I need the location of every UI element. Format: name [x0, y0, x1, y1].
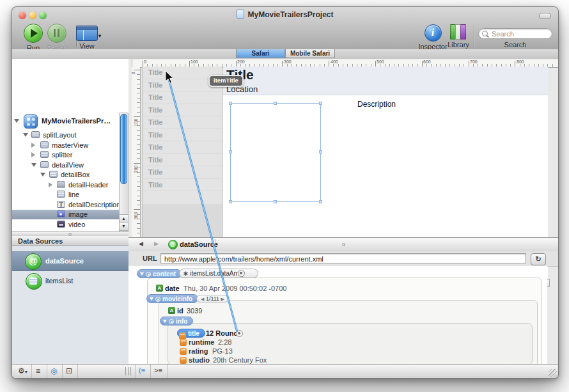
search-label: Search: [478, 41, 552, 49]
string-icon: “”: [180, 348, 187, 355]
date-key: date: [165, 285, 180, 292]
breadcrumb[interactable]: dataSource: [180, 240, 218, 248]
record-button[interactable]: ◎: [51, 366, 57, 375]
disclosure-open-icon[interactable]: [40, 173, 45, 176]
resize-handle[interactable]: [229, 102, 232, 105]
dashcode-window: MyMovieTrailersProject Run Pause ▼ View …: [12, 6, 559, 379]
data-source-item-datasource[interactable]: @ dataSource: [12, 251, 129, 271]
node-info[interactable]: info: [160, 317, 193, 325]
library-button[interactable]: Library: [444, 21, 472, 49]
disclosure-open-icon[interactable]: [163, 320, 167, 323]
tree-item-detailview[interactable]: detailView: [12, 161, 129, 170]
list-item[interactable]: Title: [143, 116, 222, 129]
view-box-icon: [40, 141, 49, 148]
status-bar: ⚙▾ ≡ ◎ ⊡ (≡ >≡: [12, 364, 558, 379]
disclosure-closed-icon[interactable]: [31, 152, 35, 157]
disclosure-open-icon[interactable]: [14, 119, 19, 123]
group-icon: [57, 181, 65, 188]
id-key: id: [177, 307, 183, 315]
tree-item-image[interactable]: image: [12, 210, 129, 219]
url-input[interactable]: http://www.apple.com/trailers/home/xml/c…: [160, 253, 526, 263]
view-box-icon: [49, 171, 58, 178]
node-title[interactable]: “”title: [177, 329, 205, 338]
list-item[interactable]: Title: [143, 179, 222, 192]
scroll-down-button[interactable]: ▼: [119, 222, 129, 231]
data-model-view: content ∗ itemsList.dataArray A date Thu…: [129, 266, 547, 364]
tree-item-masterview[interactable]: masterView: [12, 141, 129, 150]
runtime-key: runtime: [189, 338, 214, 346]
record-pager[interactable]: ◀ 1/111 ▶: [196, 295, 229, 302]
tree-item-project[interactable]: MyMovieTrailersPr…: [12, 116, 129, 126]
disclosure-closed-icon[interactable]: [49, 182, 52, 187]
tab-safari[interactable]: Safari: [236, 49, 285, 58]
search-input[interactable]: Search: [478, 28, 552, 39]
tree-item-splitlayout[interactable]: splitLayout: [12, 130, 129, 140]
studio-key: studio: [189, 356, 210, 364]
resize-handle[interactable]: [274, 200, 277, 203]
string-icon: “”: [180, 339, 187, 346]
gear-menu-button[interactable]: ⚙▾: [18, 366, 27, 375]
tree-item-splitter[interactable]: splitter: [12, 150, 129, 160]
list-item[interactable]: Title: [143, 154, 222, 167]
disclosure-closed-icon[interactable]: [31, 143, 35, 148]
disclosure-open-icon[interactable]: [140, 272, 144, 276]
detail-description[interactable]: Description: [357, 100, 396, 109]
connection-ring-title[interactable]: [236, 330, 243, 337]
window-title: MyMovieTrailersProject: [12, 10, 558, 19]
breadcrumb-divider: [215, 239, 215, 249]
resize-handle[interactable]: [319, 200, 322, 203]
splitter-handle[interactable]: [125, 367, 132, 375]
indent-button[interactable]: >≡: [154, 366, 162, 374]
list-item[interactable]: Title: [143, 104, 222, 117]
view-icon: ▼: [76, 26, 98, 41]
data-source-item-itemslist[interactable]: itemsList: [12, 272, 129, 290]
forward-button[interactable]: ▶: [154, 240, 159, 247]
data-sources-pane: @ dataSource itemsList: [12, 246, 129, 379]
stack-frames-button[interactable]: (≡: [139, 366, 145, 374]
run-button[interactable]: Run: [20, 21, 46, 52]
at-icon: @: [25, 253, 42, 270]
stack-breadcrumb-bar: ◀ ▶ @ dataSource: [129, 237, 558, 252]
tab-mobile-safari[interactable]: Mobile Safari: [285, 49, 335, 58]
node-content[interactable]: content: [137, 269, 182, 278]
tree-item-detailbox[interactable]: detailBox: [12, 170, 129, 180]
date-value: Thu, 30 Apr 2009 00:50:02 -0700: [183, 285, 286, 292]
selected-image-element[interactable]: [230, 103, 321, 202]
view-button[interactable]: ▼ View: [72, 21, 102, 50]
list-item[interactable]: Title: [143, 141, 222, 154]
navigator-sidebar: MyMovieTrailersPr… splitLayout masterVie…: [12, 59, 129, 364]
resize-handle[interactable]: [319, 150, 322, 153]
back-button[interactable]: ◀: [139, 240, 143, 247]
node-movieinfo[interactable]: movieinfo: [146, 294, 198, 303]
refresh-button[interactable]: ↻: [531, 253, 546, 265]
tree-item-detaildescription[interactable]: T detailDescription: [12, 200, 129, 210]
pause-button[interactable]: Pause: [43, 21, 71, 52]
list-item[interactable]: Title: [143, 91, 222, 104]
list-view-button[interactable]: ≡: [36, 366, 40, 375]
disclosure-open-icon[interactable]: [23, 133, 28, 137]
list-item[interactable]: Title: [143, 166, 222, 179]
toolbar-toggle-button[interactable]: [539, 13, 551, 19]
document-icon: [237, 10, 244, 19]
window-resize-grip[interactable]: [549, 369, 557, 377]
string-icon: “”: [180, 357, 187, 364]
list-item[interactable]: Title: [143, 129, 222, 142]
tree-item-video[interactable]: video: [12, 220, 129, 230]
image-icon: [57, 210, 65, 217]
attribute-icon: A: [168, 307, 175, 314]
edit-button[interactable]: ⊡: [66, 366, 72, 375]
resize-handle[interactable]: [319, 102, 322, 105]
tree-item-line[interactable]: line: [12, 190, 129, 200]
disclosure-open-icon[interactable]: [150, 297, 153, 301]
chevron-down-icon: ▼: [97, 33, 102, 39]
disclosure-open-icon[interactable]: [31, 163, 36, 167]
resize-handle[interactable]: [274, 102, 277, 105]
resize-handle[interactable]: [229, 150, 232, 153]
node-icon: [146, 272, 151, 277]
resize-handle[interactable]: [229, 200, 232, 203]
asterisk-icon: ∗: [183, 270, 188, 277]
tree-item-detailheader[interactable]: detailHeader: [12, 180, 129, 190]
binding-pill[interactable]: ∗ itemsList.dataArray: [179, 269, 258, 278]
text-icon: T: [57, 201, 65, 208]
connection-ring[interactable]: [238, 270, 245, 277]
